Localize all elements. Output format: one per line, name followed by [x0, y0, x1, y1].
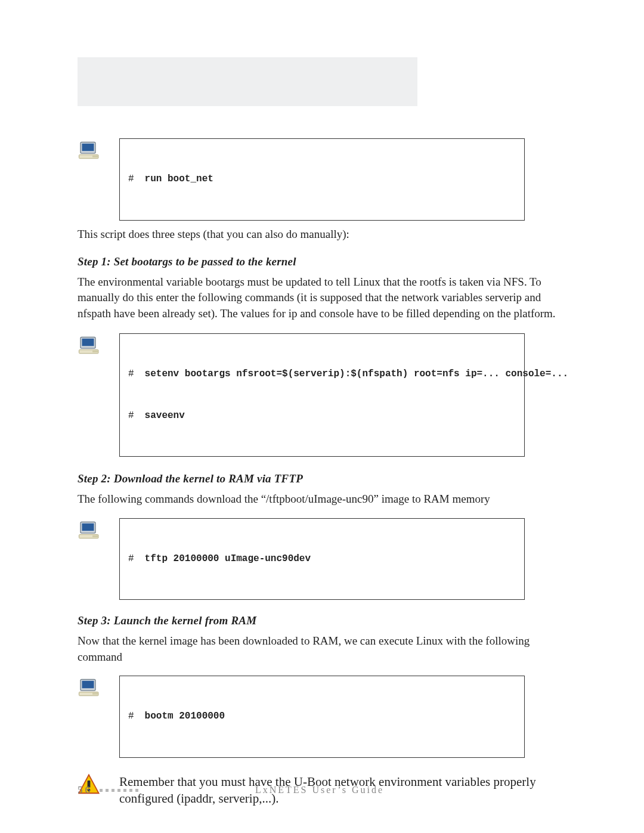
svg-rect-7: [92, 351, 98, 352]
prompt: #: [128, 711, 134, 721]
command-text: run boot_net: [145, 174, 213, 184]
command-text: setenv bootargs nfsroot=$(serverip):$(nf…: [145, 368, 569, 379]
document-page: #run boot_net This script does three ste…: [0, 0, 644, 833]
terminal-icon: [78, 676, 101, 699]
step2-body: The following commands download the “/tf…: [78, 491, 566, 507]
command-text: bootm 20100000: [145, 711, 225, 721]
prompt: #: [128, 174, 134, 184]
step2-heading: Step 2: Download the kernel to RAM via T…: [78, 472, 566, 485]
terminal-icon: [78, 333, 101, 357]
prompt: #: [128, 368, 134, 379]
svg-rect-11: [92, 535, 98, 537]
step3-heading: Step 3: Launch the kernel from RAM: [78, 614, 566, 627]
code-box-1: #run boot_net: [119, 138, 525, 221]
prompt: #: [128, 553, 134, 564]
code-block-row-4: #bootm 20100000: [78, 676, 566, 758]
terminal-icon: [78, 518, 101, 542]
page-footer: 56 LxNETES User’s Guide: [78, 784, 566, 796]
code-block-row-2: #setenv bootargs nfsroot=$(serverip):$(n…: [78, 333, 566, 457]
code-block-row-1: #run boot_net: [78, 138, 566, 221]
svg-rect-15: [92, 693, 98, 695]
command-text: saveenv: [145, 410, 185, 421]
svg-rect-5: [82, 339, 94, 346]
terminal-icon: [78, 138, 101, 162]
page-content: #run boot_net This script does three ste…: [78, 138, 566, 816]
code-box-2: #setenv bootargs nfsroot=$(serverip):$(n…: [119, 333, 525, 457]
footer-title: LxNETES User’s Guide: [73, 785, 566, 795]
step1-heading: Step 1: Set bootargs to be passed to the…: [78, 255, 566, 268]
header-bar: [78, 57, 417, 106]
code-box-4: #bootm 20100000: [119, 676, 525, 758]
svg-rect-13: [82, 681, 94, 689]
command-text: tftp 20100000 uImage-unc90dev: [145, 553, 311, 564]
code-block-row-3: #tftp 20100000 uImage-unc90dev: [78, 518, 566, 600]
svg-rect-1: [82, 144, 94, 151]
svg-rect-3: [92, 156, 98, 157]
step1-body: The environmental variable bootargs must…: [78, 274, 566, 321]
code-box-3: #tftp 20100000 uImage-unc90dev: [119, 518, 525, 600]
step3-body: Now that the kernel image has been downl…: [78, 633, 566, 664]
prompt: #: [128, 410, 134, 421]
intro-text: This script does three steps (that you c…: [78, 227, 566, 242]
svg-rect-9: [82, 523, 94, 531]
